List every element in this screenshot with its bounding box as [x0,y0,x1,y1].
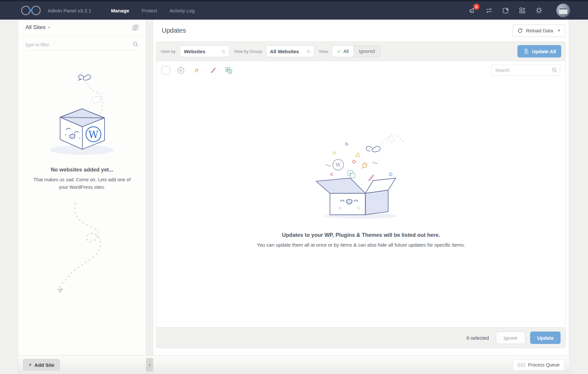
transfer-icon[interactable] [485,7,493,14]
translation-filter-icon[interactable]: A [225,66,233,74]
sidebar-collapse-button[interactable]: ‹ [146,358,153,372]
page-title: Updates [162,27,186,34]
reload-data-button[interactable]: Reload Data ▼ [513,24,565,37]
process-queue-label: Process Queue [528,362,560,367]
view-by-select[interactable]: Websites ◇ [180,45,229,57]
refresh-icon [517,28,523,34]
plus-icon: + [28,362,32,368]
search-icon [552,67,557,73]
view-ignored-option[interactable]: Ignored [353,46,380,57]
select-diamond-icon: ◇ [218,49,225,54]
view-by-group-label: View by Group: [234,49,263,54]
caret-down-icon[interactable]: ▼ [557,29,561,32]
empty-state-subtitle: You can update them all at once or by it… [257,242,465,248]
wordpress-filter-icon[interactable]: W [177,67,185,74]
view-by-value: Websites [184,49,205,54]
click-hand-icon [523,48,529,55]
sidebar-empty-message: That makes us sad. Come on. Lets add one… [32,176,132,191]
squiggle-arrow-illustration [49,201,115,296]
select-diamond-icon: ◇ [302,49,310,54]
update-all-button[interactable]: Update All [517,45,561,57]
group-selector-label: All Sites [25,24,45,31]
addons-grid-icon[interactable] [518,7,526,14]
wp-box-illustration: W [43,69,121,155]
sidebar-empty-title: No websites added yet... [18,167,146,173]
view-by-group-select[interactable]: All Websites ◇ [266,45,314,57]
svg-text:W: W [179,68,183,73]
update-button[interactable]: Update [530,332,561,344]
main-nav: Manage Protect Activity Log [111,8,195,13]
sync-queue-icon[interactable] [502,7,510,14]
group-selector[interactable]: All Sites ▾ [25,24,50,31]
updates-container: View by: Websites ◇ View by Group: All W… [156,41,566,348]
nav-item-manage[interactable]: Manage [111,8,129,13]
queue-bars-icon [518,363,525,367]
view-label: View: [319,49,329,54]
view-all-option[interactable]: ✓ All [332,46,353,57]
settings-gear-icon[interactable] [535,7,543,14]
updates-empty-state: W [156,79,565,327]
infinity-logo-icon [19,4,43,17]
plugin-filter-icon[interactable] [193,66,201,74]
copy-icon[interactable] [132,24,139,31]
filter-bar: View by: Websites ◇ View by Group: All W… [156,42,565,61]
add-site-button[interactable]: + Add Site [23,359,60,371]
view-all-label: All [343,49,349,54]
empty-state-title: Updates to your WP, Plugins & Themes wil… [282,232,440,238]
announcements-icon[interactable]: 5 [468,7,476,14]
view-by-label: View by: [161,49,177,54]
list-toolbar: W [156,61,565,79]
svg-text:A: A [349,171,351,175]
update-all-label: Update All [532,49,556,54]
status-bar: + Add Site ‹ Process Queue [18,355,570,374]
sidebar-empty-state: W No websites added yet... That makes us… [18,51,146,296]
brand-title: Admin Panel v3.2.1 [48,8,91,13]
notification-badge: 5 [473,4,480,10]
selected-count: 0 selected [466,335,489,341]
user-avatar[interactable] [556,4,570,17]
svg-text:W: W [335,162,341,168]
view-by-group-value: All Websites [270,49,299,54]
select-all-checkbox[interactable] [162,66,170,74]
sites-sidebar: All Sites ▾ [18,20,146,355]
view-toggle: ✓ All Ignored [332,45,380,57]
ignore-button[interactable]: Ignore [496,332,526,344]
nav-item-protect[interactable]: Protect [142,8,157,13]
chevron-down-icon: ▾ [48,25,50,30]
add-site-label: Add Site [35,362,55,368]
view-ignored-label: Ignored [359,49,375,54]
updates-search-input[interactable] [491,65,560,76]
bulk-actions-bar: 0 selected Ignore Update [156,328,565,348]
open-box-illustration: W [310,130,412,220]
process-queue-button[interactable]: Process Queue [513,359,565,370]
updates-list-area: W [156,61,565,328]
brand[interactable]: Admin Panel v3.2.1 [19,4,91,17]
svg-text:W: W [89,129,99,140]
nav-item-activity-log[interactable]: Activity Log [170,8,195,13]
check-icon: ✓ [337,49,341,54]
theme-brush-filter-icon[interactable] [209,66,217,74]
updates-panel: Updates Reload Data ▼ View by: Websites … [153,20,569,355]
site-filter-input[interactable] [25,40,139,51]
reload-data-label: Reload Data [526,28,553,33]
search-icon [133,41,139,47]
top-navbar: Admin Panel v3.2.1 Manage Protect Activi… [0,0,588,20]
collapse-chevron-icon: ‹ [149,362,151,368]
